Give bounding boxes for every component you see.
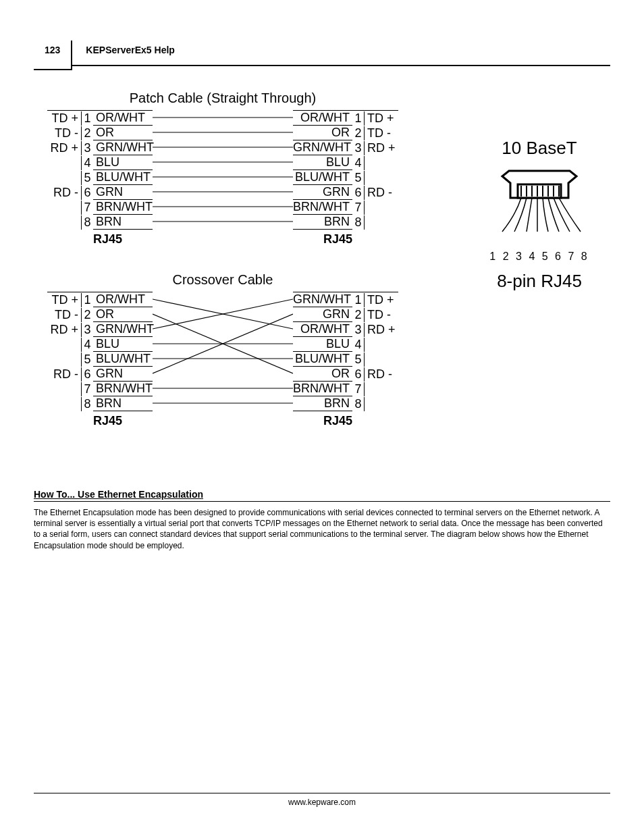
pin-signal-label: TD + (47, 111, 81, 126)
pin-color: BLU/WHT (93, 352, 153, 367)
rj45-connector-panel: 10 BaseT 1 2 3 4 (468, 138, 610, 292)
pin-color: BLU (93, 155, 153, 170)
pin-number: 4 (81, 156, 93, 170)
pin-number: 4 (352, 338, 365, 352)
page-number: 123 (34, 41, 72, 70)
pin-color: BLU/WHT (93, 170, 153, 185)
connector-label: RJ45 (93, 414, 153, 428)
pin-color: GRN (293, 185, 352, 200)
pin-signal-label: TD + (47, 293, 81, 307)
pin-color: BRN (293, 215, 352, 230)
pin-number: 8 (81, 397, 93, 411)
pin-color: GRN (93, 367, 153, 382)
pin-number: 7 (81, 201, 93, 215)
pin-number: 6 (352, 186, 365, 200)
pin-number: 2 (352, 126, 365, 140)
pin-number: 1 (81, 293, 93, 307)
pin-color: BLU (293, 337, 352, 352)
pin-number: 3 (352, 323, 365, 337)
pin-color: BRN/WHT (293, 200, 352, 215)
pin-color: BLU/WHT (293, 170, 352, 185)
pin-signal-label: RD + (47, 323, 81, 337)
pin-color: BRN/WHT (93, 382, 153, 396)
pin-color: GRN (93, 185, 153, 200)
tenbase-t-label: 10 BaseT (468, 138, 610, 159)
pin-number: 4 (352, 156, 365, 170)
connector-label: RJ45 (93, 232, 153, 246)
pin-number: 1 (352, 293, 365, 307)
pin-number: 4 (81, 338, 93, 352)
pin-signal-label: RD + (365, 323, 398, 337)
pin-color: GRN/WHT (293, 140, 352, 155)
pin-signal-label: TD - (365, 308, 398, 322)
pin-number: 6 (81, 367, 93, 382)
connector-label: RJ45 (293, 232, 352, 246)
eight-pin-rj45-label: 8-pin RJ45 (468, 271, 610, 292)
pin-signal-label: TD + (365, 111, 398, 126)
pin-color: OR/WHT (293, 322, 352, 337)
pin-number: 6 (352, 367, 365, 382)
pin-number: 1 (352, 111, 365, 126)
crossover-wires-icon (153, 292, 293, 411)
pin-color: OR (93, 126, 153, 140)
pin-number: 7 (352, 201, 365, 215)
pin-numbers: 1 2 3 4 5 6 7 8 (468, 251, 610, 263)
pin-color: GRN/WHT (93, 140, 153, 155)
pin-number: 8 (81, 215, 93, 230)
pin-number: 5 (81, 171, 93, 185)
pin-number: 3 (81, 323, 93, 337)
pin-number: 2 (81, 308, 93, 322)
page-header: 123 KEPServerEx5 Help (34, 41, 610, 70)
pin-signal-label: RD + (47, 141, 81, 155)
pin-color: GRN (293, 307, 352, 322)
pin-number: 1 (81, 111, 93, 126)
pin-number: 8 (352, 397, 365, 411)
pin-signal-label: TD + (365, 293, 398, 307)
pin-color: BLU (93, 337, 153, 352)
pin-color: BLU (293, 155, 352, 170)
pin-color: OR (93, 307, 153, 322)
pin-number: 5 (352, 353, 365, 367)
pin-signal-label: RD - (365, 367, 398, 382)
pin-color: BLU/WHT (293, 352, 352, 367)
pin-color: OR/WHT (93, 111, 153, 126)
pin-signal-label: TD - (47, 126, 81, 140)
crossover-cable-title: Crossover Cable (34, 272, 412, 288)
pin-color: OR/WHT (93, 292, 153, 307)
svg-rect-16 (518, 184, 561, 198)
patch-wires-icon (153, 110, 293, 229)
pin-number: 5 (352, 171, 365, 185)
page-footer: www.kepware.com (34, 793, 610, 807)
pin-signal-label: RD - (47, 186, 81, 200)
pin-number: 8 (352, 215, 365, 230)
pin-number: 7 (352, 382, 365, 396)
pin-color: OR (293, 367, 352, 382)
cable-diagram-area: Patch Cable (Straight Through) TD +1OR/W… (34, 90, 610, 462)
pin-number: 3 (81, 141, 93, 155)
pin-number: 2 (81, 126, 93, 140)
pin-number: 6 (81, 186, 93, 200)
connector-label: RJ45 (293, 414, 352, 428)
patch-cable-pinout: TD +1OR/WHTTD -2ORRD +3GRN/WHT4BLU5BLU/W… (47, 110, 398, 245)
patch-cable-title: Patch Cable (Straight Through) (34, 90, 412, 106)
pin-color: BRN (93, 396, 153, 411)
pin-color: BRN (293, 396, 352, 411)
pin-color: BRN/WHT (293, 382, 352, 396)
pin-number: 5 (81, 353, 93, 367)
pin-color: OR (293, 126, 352, 140)
pin-color: OR/WHT (293, 111, 352, 126)
pin-signal-label: TD - (365, 126, 398, 140)
pin-signal-label: TD - (47, 308, 81, 322)
pin-signal-label: RD - (47, 367, 81, 382)
pin-color: BRN/WHT (93, 200, 153, 215)
pin-number: 3 (352, 141, 365, 155)
pin-signal-label: RD + (365, 141, 398, 155)
pin-color: GRN/WHT (293, 292, 352, 307)
pin-color: BRN (93, 215, 153, 230)
pin-number: 2 (352, 308, 365, 322)
section-body: The Ethernet Encapsulation mode has been… (34, 507, 610, 551)
pin-color: GRN/WHT (93, 322, 153, 337)
doc-title: KEPServerEx5 Help (72, 45, 610, 66)
section-heading: How To... Use Ethernet Encapsulation (34, 489, 610, 502)
pin-number: 7 (81, 382, 93, 396)
